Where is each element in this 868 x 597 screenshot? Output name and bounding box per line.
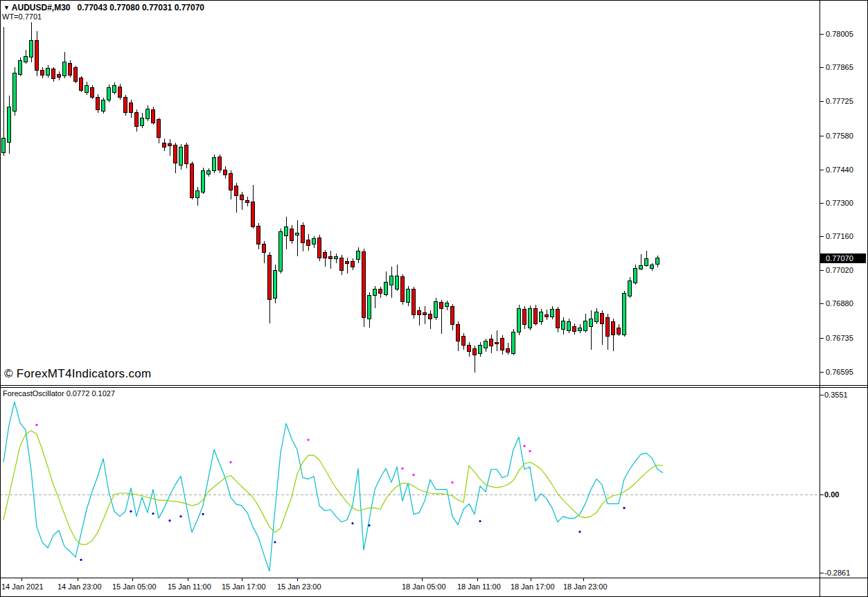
candlestick	[113, 85, 116, 92]
candlestick	[13, 73, 17, 111]
current-price-tag: 0.77070	[820, 253, 866, 263]
candlestick	[601, 313, 604, 323]
candlestick	[540, 312, 543, 322]
price-axis-label: 0.77160	[826, 232, 853, 240]
candlestick	[573, 327, 576, 331]
buy-signal-dot	[274, 541, 276, 543]
sell-signal-dot	[523, 445, 525, 447]
watermark-copyright: © ForexMT4Indicators.com	[4, 368, 151, 380]
candlestick	[30, 40, 33, 57]
candlestick	[429, 314, 432, 319]
candlestick	[373, 289, 377, 296]
sell-signal-dot	[35, 424, 37, 426]
candlestick	[274, 270, 277, 298]
oscillator-axis-label: -0.2861	[824, 569, 850, 577]
price-axis-label: 0.77020	[826, 266, 853, 274]
candlestick	[479, 345, 482, 353]
candlestick	[551, 310, 554, 317]
candlestick	[434, 301, 438, 317]
candlestick	[202, 171, 205, 192]
candlestick	[445, 303, 449, 307]
sell-signal-dot	[229, 461, 231, 463]
candlestick	[584, 321, 587, 330]
candlestick	[656, 258, 659, 265]
candlestick	[74, 67, 78, 81]
candlestick	[41, 71, 44, 75]
time-axis-label: 18 Jan 11:00	[457, 582, 501, 591]
candlestick	[191, 164, 194, 197]
candlestick	[606, 317, 610, 336]
time-axis-label: 18 Jan 23:00	[563, 582, 608, 591]
symbol-dropdown-icon[interactable]: ▼	[3, 4, 10, 11]
candlestick	[462, 336, 466, 345]
candlestick	[346, 261, 349, 263]
price-axis-label: 0.77865	[826, 63, 853, 71]
candlestick	[495, 342, 499, 344]
candlestick	[2, 139, 6, 152]
candlestick	[102, 100, 105, 111]
candlestick	[562, 321, 565, 329]
candlestick	[96, 97, 100, 109]
candlestick	[396, 276, 399, 289]
candlestick	[301, 225, 305, 242]
time-axis-label: 18 Jan 17:00	[511, 582, 555, 591]
candlestick	[174, 145, 177, 163]
buy-signal-dot	[479, 520, 481, 522]
candlestick	[357, 251, 360, 260]
candlestick	[335, 256, 338, 259]
time-axis-label: 15 Jan 11:00	[168, 582, 211, 591]
candlestick	[268, 255, 272, 299]
price-axis-label: 0.76735	[826, 334, 853, 342]
sell-signal-dot	[412, 474, 414, 476]
candlestick	[556, 310, 560, 328]
candlestick	[279, 232, 283, 271]
candlestick	[163, 143, 166, 147]
candlestick	[124, 97, 127, 112]
candlestick	[285, 227, 288, 235]
quote-ohlc-values: 0.77043 0.77080 0.77031 0.77070	[78, 3, 205, 12]
buy-signal-dot	[168, 519, 170, 522]
candlestick	[368, 296, 371, 319]
price-axis-label: 0.77725	[826, 97, 853, 105]
time-axis-label: 15 Jan 23:00	[277, 582, 321, 591]
candlestick	[457, 324, 460, 341]
candlestick	[329, 256, 333, 258]
candlestick	[645, 258, 648, 265]
candlestick	[257, 226, 260, 244]
chart-canvas[interactable]	[0, 0, 868, 597]
buy-signal-dot	[179, 515, 181, 517]
candlestick	[468, 345, 471, 351]
candlestick	[185, 145, 188, 164]
wt-indicator-value: WT=0.7701	[2, 13, 42, 21]
candlestick	[628, 280, 632, 296]
candlestick	[590, 319, 593, 327]
candlestick	[146, 109, 150, 119]
candlestick	[80, 78, 83, 90]
candlestick	[290, 229, 294, 240]
candlestick	[623, 293, 626, 335]
sell-signal-dot	[401, 467, 403, 470]
candlestick	[224, 170, 227, 175]
candlestick	[512, 332, 515, 353]
time-axis-label: 15 Jan 05:00	[112, 582, 157, 591]
buy-signal-dot	[80, 559, 82, 561]
price-axis-label: 0.77580	[826, 132, 853, 140]
candlestick	[595, 312, 599, 322]
buy-signal-dot	[152, 513, 154, 515]
candlestick	[19, 60, 22, 74]
candlestick	[639, 265, 643, 269]
candlestick	[534, 308, 538, 323]
sell-signal-dot	[307, 438, 309, 440]
candlestick	[229, 173, 233, 190]
candlestick	[296, 233, 299, 235]
candlestick	[545, 314, 549, 317]
time-axis-label: 14 Jan 23:00	[57, 582, 102, 591]
candlestick	[340, 258, 344, 270]
candlestick	[168, 144, 172, 146]
candlestick	[412, 289, 416, 315]
time-axis-label: 18 Jan 05:00	[402, 582, 446, 591]
buy-signal-dot	[351, 522, 353, 524]
candlestick	[440, 303, 443, 308]
candlestick	[501, 338, 504, 350]
candlestick	[407, 289, 410, 303]
